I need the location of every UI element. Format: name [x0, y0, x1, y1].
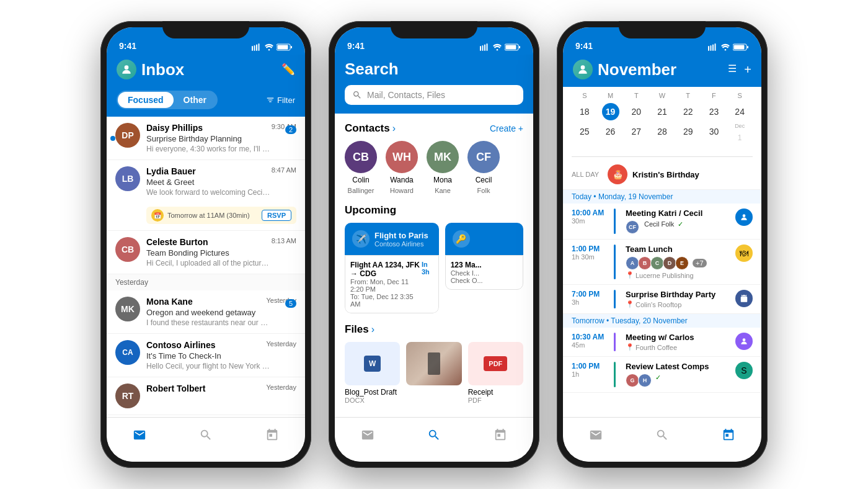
- cal-date-27[interactable]: 27: [627, 123, 645, 140]
- event-meeting-carlos[interactable]: 10:30 AM 45m Meeting w/ Carlos 📍Fourth C…: [563, 328, 761, 357]
- contacts-section-title: Contacts: [345, 122, 390, 135]
- phone-search: 9:41 Search Mail, Contacts, Files: [329, 21, 539, 468]
- file-blog-post[interactable]: W Blog_Post Draft DOCX: [345, 342, 400, 404]
- event-attendees-2: A B C D E +7: [626, 256, 730, 270]
- event-meeting-katri[interactable]: 10:00 AM 30m Meeting Katri / Cecil CF Ce…: [563, 204, 761, 240]
- cal-date-23[interactable]: 23: [705, 103, 722, 120]
- files-section: Files › W Blog_Post Draft DOCX: [345, 323, 523, 404]
- event-icon-5: S: [735, 362, 753, 379]
- flight-card[interactable]: ✈️ Flight to Paris Contoso Airlines Flig…: [345, 223, 439, 313]
- event-content-5: Review Latest Comps G H ✓: [626, 362, 730, 387]
- cal-date-29[interactable]: 29: [680, 123, 697, 140]
- avatar-lydia: LB: [115, 166, 140, 191]
- unread-dot: [110, 136, 115, 141]
- mail-item-mona[interactable]: MK Mona Kane Yesterday Oregon and weeken…: [107, 290, 305, 334]
- event-icon-2: 🍽: [735, 244, 753, 262]
- contact-mona[interactable]: MK Mona Kane: [427, 141, 459, 194]
- event-sub-1: Cecil Folk: [644, 220, 674, 234]
- files-grid: W Blog_Post Draft DOCX: [345, 342, 523, 404]
- file-name-blog: Blog_Post Draft: [345, 388, 400, 397]
- user-avatar-inbox[interactable]: [117, 60, 136, 79]
- event-time-col-5: 1:00 PM 1h: [572, 362, 609, 387]
- event-chip-icon: 📅: [151, 209, 164, 222]
- cal-date-30[interactable]: 30: [705, 123, 722, 140]
- upcoming-section-title: Upcoming: [345, 204, 396, 217]
- tab-focused[interactable]: Focused: [118, 92, 174, 108]
- mail-item-lydia[interactable]: LB Lydia Bauer 8:47 AM Meet & Greet We l…: [107, 160, 305, 231]
- edit-icon[interactable]: ✏️: [281, 63, 295, 76]
- file-receipt[interactable]: PDF Receipt PDF: [468, 342, 523, 404]
- rsvp-button[interactable]: RSVP: [262, 210, 291, 221]
- cal-date-18[interactable]: 18: [576, 103, 593, 120]
- event-time-3: 7:00 PM: [572, 290, 609, 298]
- nav-search-cal[interactable]: [655, 428, 669, 442]
- cal-date-26[interactable]: 26: [602, 123, 619, 140]
- bottom-nav-calendar: [563, 417, 761, 462]
- mail-content-daisy: Daisy Phillips 9:30 AM Surprise Birthday…: [146, 123, 296, 153]
- contact-cecil[interactable]: CF Cecil Folk: [467, 141, 500, 194]
- contact-surname-wanda: Howard: [390, 187, 414, 194]
- nav-mail-inbox[interactable]: [133, 428, 146, 442]
- sender-contoso: Contoso Airlines: [146, 340, 216, 350]
- mail-item-celeste[interactable]: CB Celeste Burton 8:13 AM Team Bonding P…: [107, 231, 305, 274]
- event-review-comps[interactable]: 1:00 PM 1h Review Latest Comps G H ✓ S: [563, 357, 761, 393]
- event-team-lunch[interactable]: 1:00 PM 1h 30m Team Lunch A B C D E +7: [563, 240, 761, 285]
- search-bar[interactable]: Mail, Contacts, Files: [345, 85, 523, 105]
- cal-date-28[interactable]: 28: [653, 123, 671, 140]
- nav-mail-search[interactable]: [361, 428, 374, 442]
- event-location-4: 📍Fourth Coffee: [626, 343, 730, 351]
- event-birthday-party[interactable]: 7:00 PM 3h Surprise Birthday Party 📍Coli…: [563, 285, 761, 314]
- cal-grid: S M T W T F S 18 19 20 21 22 23 24: [563, 87, 761, 154]
- cal-date-dec1[interactable]: Dec 1: [727, 123, 753, 146]
- nav-calendar-inbox[interactable]: [265, 428, 279, 442]
- file-type-receipt: PDF: [468, 397, 523, 404]
- event-time-2: 1:00 PM: [572, 244, 609, 253]
- create-contact-link[interactable]: Create +: [490, 123, 523, 133]
- cal-date-21[interactable]: 21: [653, 103, 671, 120]
- tab-other[interactable]: Other: [174, 92, 216, 108]
- contact-colin[interactable]: CB Colin Ballinger: [345, 141, 377, 194]
- nav-calendar-search[interactable]: [494, 428, 507, 442]
- event-bar-5: [614, 362, 616, 387]
- nav-mail-cal[interactable]: [589, 428, 603, 442]
- attendee-cf: CF: [626, 220, 639, 234]
- event-title-5: Review Latest Comps: [626, 362, 730, 371]
- contact-avatar-cecil: CF: [467, 141, 500, 173]
- add-event-icon[interactable]: +: [744, 63, 751, 77]
- event-duration-5: 1h: [572, 370, 609, 378]
- file-photo[interactable]: [406, 342, 461, 404]
- nav-search-inbox[interactable]: [199, 428, 213, 442]
- contacts-section-header: Contacts › Create +: [345, 122, 523, 135]
- search-header: Search Mail, Contacts, Files: [335, 55, 533, 114]
- svg-rect-15: [506, 45, 516, 50]
- event-duration-1: 30m: [572, 217, 609, 225]
- nav-calendar-cal[interactable]: [722, 428, 735, 442]
- subject-mona: Oregon and weekend getaway: [146, 308, 296, 317]
- filter-button[interactable]: Filter: [266, 96, 295, 105]
- all-day-label: ALL DAY: [572, 171, 603, 178]
- cal-date-24[interactable]: 24: [731, 103, 748, 120]
- all-day-event: ALL DAY 🎂 Kristin's Birthday: [563, 159, 761, 190]
- cal-date-19[interactable]: 19: [602, 103, 619, 120]
- contact-avatar-wanda: WH: [386, 141, 418, 173]
- avatar-contoso: CA: [115, 340, 140, 365]
- event-time-1: 10:00 AM: [572, 209, 609, 217]
- cal-date-20[interactable]: 20: [627, 103, 645, 120]
- list-view-icon[interactable]: ☰: [728, 63, 737, 77]
- cal-header-icons: ☰ +: [728, 63, 751, 77]
- mail-list: DP Daisy Phillips 9:30 AM Surprise Birth…: [107, 117, 305, 427]
- nav-search-search[interactable]: [427, 428, 441, 442]
- cal-date-25[interactable]: 25: [576, 123, 593, 140]
- filter-row: Focused Other Filter: [107, 87, 305, 117]
- event-time-col-1: 10:00 AM 30m: [572, 209, 609, 234]
- cal-date-22[interactable]: 22: [680, 103, 697, 120]
- contact-wanda[interactable]: WH Wanda Howard: [386, 141, 418, 194]
- svg-point-26: [743, 214, 746, 217]
- mail-item-contoso[interactable]: CA Contoso Airlines Yesterday It's Time …: [107, 334, 305, 377]
- mail-item-robert[interactable]: RT Robert Tolbert Yesterday: [107, 377, 305, 415]
- user-avatar-cal[interactable]: [573, 60, 593, 79]
- file-thumb-photo: [406, 342, 461, 385]
- cal-days-header: S M T W T F S: [572, 92, 753, 99]
- mail-item-daisy[interactable]: DP Daisy Phillips 9:30 AM Surprise Birth…: [107, 117, 305, 160]
- lock-card[interactable]: 🔑 123 Ma... Check I... Check O...: [445, 223, 523, 313]
